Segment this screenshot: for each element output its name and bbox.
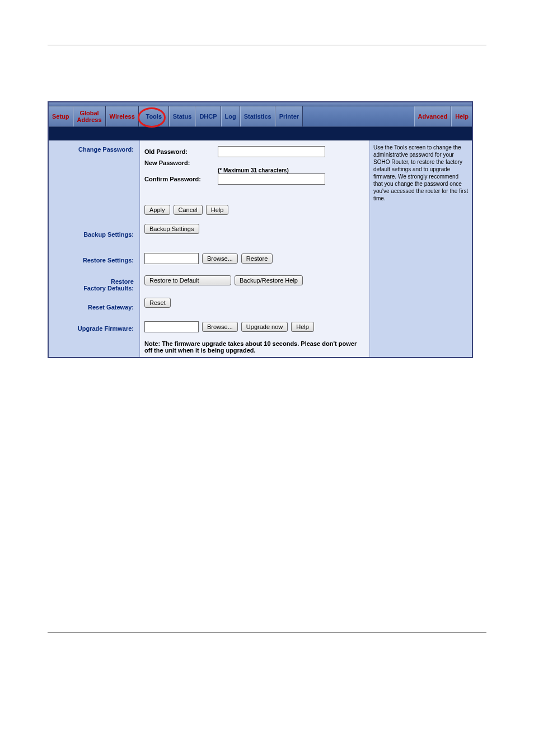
reset-button[interactable]: Reset bbox=[144, 298, 171, 308]
top-rule bbox=[48, 45, 486, 45]
confirm-password-label: Confirm Password: bbox=[144, 176, 214, 182]
backup-settings-button[interactable]: Backup Settings bbox=[144, 224, 199, 234]
restore-default-button[interactable]: Restore to Default bbox=[144, 275, 231, 285]
tab-spacer bbox=[303, 106, 414, 126]
row-confirm-password: Confirm Password: bbox=[144, 173, 365, 185]
upgrade-browse-button[interactable]: Browse... bbox=[202, 322, 238, 332]
row-backup: Backup Settings bbox=[144, 224, 365, 234]
window-top-gradient bbox=[49, 102, 472, 106]
tab-tools-label: Tools bbox=[146, 113, 162, 120]
row-old-password: Old Password: bbox=[144, 146, 365, 157]
tab-status[interactable]: Status bbox=[169, 106, 196, 126]
tab-advanced[interactable]: Advanced bbox=[414, 106, 452, 126]
tab-setup[interactable]: Setup bbox=[49, 106, 73, 126]
password-help-button[interactable]: Help bbox=[206, 205, 229, 215]
router-admin-panel: Setup Global Address Wireless Tools Stat… bbox=[48, 101, 473, 358]
tab-help[interactable]: Help bbox=[451, 106, 472, 126]
old-password-label: Old Password: bbox=[144, 148, 214, 155]
label-restore-factory-line1: Restore bbox=[52, 278, 134, 285]
restore-browse-button[interactable]: Browse... bbox=[202, 253, 238, 264]
row-reset: Reset bbox=[144, 298, 365, 308]
row-factory: Restore to Default Backup/Restore Help bbox=[144, 275, 365, 285]
row-max-hint: (* Maximum 31 characters) bbox=[144, 167, 365, 173]
label-upgrade-firmware: Upgrade Firmware: bbox=[52, 325, 136, 332]
form-area: Old Password: New Password: (* Maximum 3… bbox=[140, 140, 369, 357]
upgrade-help-button[interactable]: Help bbox=[291, 322, 314, 332]
confirm-password-input[interactable] bbox=[218, 173, 325, 185]
tab-log[interactable]: Log bbox=[221, 106, 240, 126]
row-password-buttons: Apply Cancel Help bbox=[144, 205, 365, 215]
help-sidebar: Use the Tools screen to change the admin… bbox=[369, 140, 472, 357]
firmware-note: Note: The firmware upgrade takes about 1… bbox=[144, 340, 365, 354]
tab-wireless[interactable]: Wireless bbox=[106, 106, 139, 126]
label-restore-factory-line2: Factory Defaults: bbox=[52, 285, 134, 292]
dark-band bbox=[49, 127, 472, 140]
cancel-button[interactable]: Cancel bbox=[174, 205, 203, 215]
tab-global-line1: Global bbox=[79, 110, 99, 116]
tab-bar: Setup Global Address Wireless Tools Stat… bbox=[49, 106, 472, 127]
tab-dhcp[interactable]: DHCP bbox=[195, 106, 221, 126]
tab-tools[interactable]: Tools bbox=[139, 106, 169, 126]
bottom-rule bbox=[48, 632, 486, 633]
left-label-column: Change Password: Backup Settings: Restor… bbox=[49, 140, 140, 357]
tab-printer[interactable]: Printer bbox=[275, 106, 303, 126]
label-restore-settings: Restore Settings: bbox=[52, 257, 136, 264]
label-change-password: Change Password: bbox=[52, 146, 136, 153]
upgrade-now-button[interactable]: Upgrade now bbox=[241, 322, 288, 332]
max-chars-hint: (* Maximum 31 characters) bbox=[218, 167, 289, 173]
restore-file-input[interactable] bbox=[144, 253, 199, 264]
old-password-input[interactable] bbox=[218, 146, 325, 157]
document-page: Setup Global Address Wireless Tools Stat… bbox=[0, 0, 534, 633]
apply-button[interactable]: Apply bbox=[144, 205, 170, 215]
tab-global-line2: Address bbox=[77, 116, 102, 123]
content-area: Change Password: Backup Settings: Restor… bbox=[49, 140, 472, 357]
backup-restore-help-button[interactable]: Backup/Restore Help bbox=[235, 275, 303, 285]
restore-button[interactable]: Restore bbox=[241, 253, 273, 264]
row-upgrade: Browse... Upgrade now Help bbox=[144, 321, 365, 332]
label-backup-settings: Backup Settings: bbox=[52, 231, 136, 238]
row-new-password: New Password: bbox=[144, 159, 365, 166]
tab-global-address[interactable]: Global Address bbox=[73, 106, 106, 126]
tab-statistics[interactable]: Statistics bbox=[240, 106, 275, 126]
label-restore-factory: Restore Factory Defaults: bbox=[52, 278, 136, 292]
upgrade-file-input[interactable] bbox=[144, 321, 199, 332]
new-password-label: New Password: bbox=[144, 159, 214, 166]
label-reset-gateway: Reset Gateway: bbox=[52, 304, 136, 311]
help-text: Use the Tools screen to change the admin… bbox=[373, 144, 468, 201]
row-restore: Browse... Restore bbox=[144, 253, 365, 264]
